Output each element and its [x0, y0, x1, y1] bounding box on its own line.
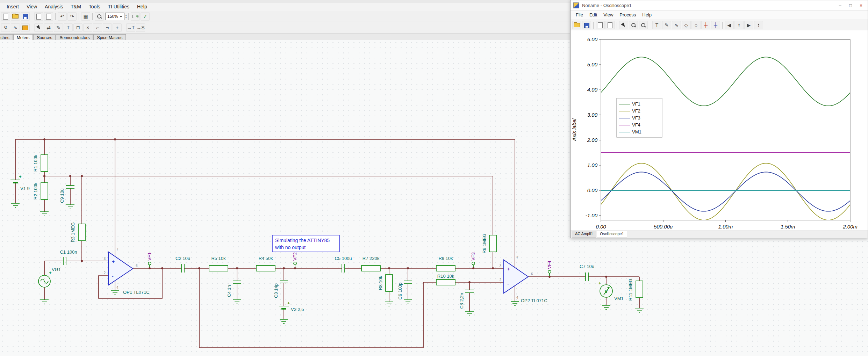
toolbar-separator	[650, 22, 650, 29]
select-arrow-icon[interactable]	[34, 23, 43, 32]
to-schematic-icon[interactable]: →S	[136, 23, 145, 32]
zoom-level-select[interactable]: 150%	[105, 13, 124, 20]
paste-icon[interactable]	[44, 12, 53, 21]
edit-icon[interactable]: ✎	[54, 23, 63, 32]
menu-analysis[interactable]: Analysis	[41, 3, 67, 10]
interactive-switch-icon[interactable]	[131, 12, 140, 21]
wave-tool-icon[interactable]: ∿	[672, 21, 681, 29]
generator-VG1[interactable]: + VG1	[38, 267, 61, 304]
probe-VF3[interactable]: VF3	[471, 252, 476, 268]
y-tick-label: 5.00	[587, 61, 598, 67]
scope-tab-oscilloscope1[interactable]: Oscilloscope1	[597, 231, 627, 238]
to-text-icon[interactable]: →T	[126, 23, 135, 32]
oscilloscope-window[interactable]: Noname - Oscilloscope1 – □ × FileEditVie…	[570, 0, 868, 238]
battery-V2[interactable]: + V2 2,5	[279, 300, 304, 324]
capacitor-C1[interactable]: C1 100n	[60, 249, 77, 265]
menu-tools[interactable]: Tools	[85, 3, 104, 10]
add-icon[interactable]: +	[113, 23, 122, 32]
op1-pin3: 3	[103, 257, 106, 261]
menu-t-m[interactable]: T&M	[67, 3, 85, 10]
zoom-spinner[interactable]	[125, 14, 127, 19]
new-file-icon[interactable]	[1, 12, 10, 21]
capacitor-C3[interactable]: C3 14p	[273, 280, 288, 298]
redo-icon[interactable]: ↷	[67, 12, 77, 21]
maximize-button[interactable]: □	[845, 1, 856, 9]
scope-menu-file[interactable]: File	[573, 12, 586, 18]
scope-tab-ac-ampli1[interactable]: AC Ampli1	[572, 231, 596, 238]
io-device-icon[interactable]	[21, 23, 30, 32]
scope-menu-help[interactable]: Help	[639, 12, 655, 18]
resistor-R6[interactable]: R6 1MEG	[482, 233, 496, 253]
run-check-icon[interactable]: ✓	[141, 12, 150, 21]
probe-VF1[interactable]: VF1	[147, 252, 152, 268]
voltmeter-VM1[interactable]: V + VM1	[598, 281, 624, 310]
page-spinner-icon[interactable]	[754, 21, 763, 29]
menu-view[interactable]: View	[23, 3, 41, 10]
resistor-R1[interactable]: R1 100k	[33, 154, 48, 172]
copy-icon[interactable]	[596, 21, 605, 29]
probe-VF2[interactable]: VF2	[292, 252, 297, 268]
resistor-R2[interactable]: R2 100k	[33, 182, 49, 216]
open-file-icon[interactable]	[11, 12, 20, 21]
wire-tool-icon[interactable]: ∿	[11, 23, 20, 32]
scope-titlebar[interactable]: Noname - Oscilloscope1 – □ ×	[571, 0, 868, 10]
probe-VF4[interactable]: VF4	[547, 261, 552, 277]
zoom-in-icon[interactable]	[629, 21, 638, 29]
capacitor-C4[interactable]: C4 1n	[227, 281, 241, 304]
rotate-right-icon[interactable]: ¬	[103, 23, 112, 32]
scope-menu-process[interactable]: Process	[616, 12, 639, 18]
undo-icon[interactable]: ↶	[58, 12, 67, 21]
export-icon[interactable]	[605, 21, 615, 29]
text-tool-icon[interactable]: T	[64, 23, 73, 32]
note-box[interactable]: Simulating the ATTINY85 with no output	[272, 235, 339, 252]
menu-ti-utilities[interactable]: TI Utilities	[104, 3, 133, 10]
last-component-icon[interactable]: ↯	[1, 23, 10, 32]
next-curve-icon[interactable]: ▶	[744, 21, 753, 29]
text-tool-icon[interactable]: T	[652, 21, 661, 29]
menu-help[interactable]: Help	[133, 3, 151, 10]
capacitor-C6[interactable]: C6 100p	[397, 281, 412, 304]
capacitor-C5[interactable]: C5 100u	[335, 256, 352, 273]
opamp-OP1[interactable]: + - 3 2 6 7 4 OP1 TL071C	[103, 247, 149, 295]
opamp-OP2[interactable]: + - 3 2 6 7 4 OP2 TL071C	[499, 256, 547, 306]
swap-icon[interactable]: ⇄	[44, 23, 53, 32]
probe-icon[interactable]: ⊓	[73, 23, 83, 32]
scope-menu-view[interactable]: View	[600, 12, 616, 18]
open-icon[interactable]	[572, 21, 581, 29]
prev-curve-icon[interactable]: ◀	[725, 21, 734, 29]
menu-insert[interactable]: Insert	[3, 3, 23, 10]
zoom-out-icon[interactable]	[639, 21, 648, 29]
capacitor-C8[interactable]: C8 2,2n	[459, 290, 474, 316]
resistor-R5[interactable]: R5 10k	[209, 256, 228, 271]
grid-icon[interactable]: ▦	[81, 12, 90, 21]
resistor-R8[interactable]: R8 10k	[378, 275, 393, 306]
scope-menu-edit[interactable]: Edit	[586, 12, 600, 18]
pen-tool-icon[interactable]: ✎	[662, 21, 671, 29]
new-file-icon	[3, 14, 8, 20]
capacitor-C7[interactable]: C7 10u	[580, 264, 594, 281]
resistor-R11[interactable]: R11 1MEG	[628, 278, 644, 312]
curve-spinner-icon[interactable]	[734, 21, 744, 29]
close-button[interactable]: ×	[856, 1, 866, 9]
capacitor-C2[interactable]: C2 10u	[175, 256, 190, 273]
resistor-R10[interactable]: R10 10k	[436, 274, 455, 285]
ellipse-tool-icon[interactable]: ○	[691, 21, 701, 29]
cursor-b-icon[interactable]: ┼	[711, 21, 720, 29]
zoom-icon[interactable]	[95, 12, 104, 21]
cursor-icon[interactable]	[619, 21, 628, 29]
rotate-left-icon[interactable]: ⌐	[93, 23, 102, 32]
resistor-R7[interactable]: R7 220k	[361, 256, 380, 271]
resistor-R3[interactable]: R3 1MEG	[70, 222, 85, 242]
capacitor-C9[interactable]: C9 10u	[59, 186, 74, 209]
cursor-a-icon[interactable]: ┼	[701, 21, 710, 29]
resistor-R9[interactable]: R9 10k	[436, 256, 455, 271]
battery-V1[interactable]: + V1 9	[10, 174, 30, 208]
copy-icon[interactable]	[34, 12, 43, 21]
resistor-R4[interactable]: R4 50k	[256, 256, 275, 271]
shape-tool-icon[interactable]: ◇	[682, 21, 691, 29]
minimize-button[interactable]: –	[835, 1, 845, 9]
save-icon[interactable]	[21, 12, 30, 21]
zoom-dropdown-arrow-icon[interactable]	[120, 16, 122, 17]
delete-icon[interactable]: ×	[83, 23, 92, 32]
save-icon[interactable]	[582, 21, 591, 29]
